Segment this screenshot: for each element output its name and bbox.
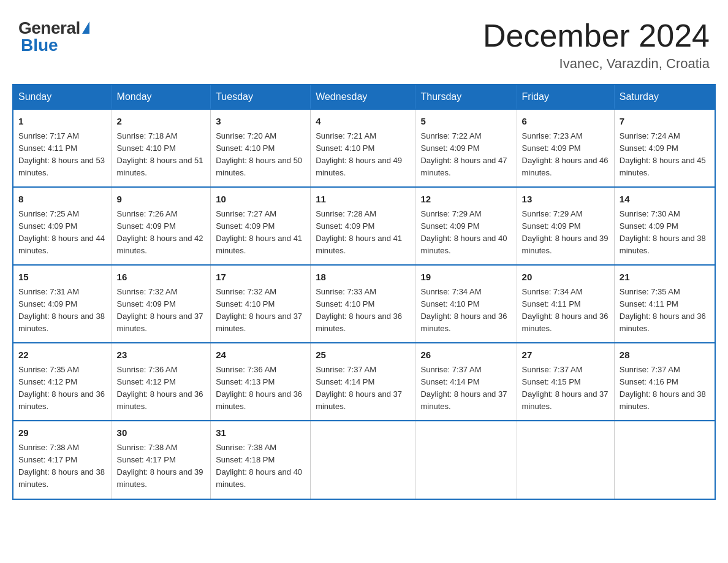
calendar-cell: 23Sunrise: 7:36 AMSunset: 4:12 PMDayligh… bbox=[112, 343, 211, 421]
day-sun-info: Sunrise: 7:29 AMSunset: 4:09 PMDaylight:… bbox=[522, 208, 609, 258]
page-header: General Blue December 2024 Ivanec, Varaz… bbox=[12, 12, 716, 72]
calendar-cell: 26Sunrise: 7:37 AMSunset: 4:14 PMDayligh… bbox=[415, 343, 517, 421]
calendar-cell: 11Sunrise: 7:28 AMSunset: 4:09 PMDayligh… bbox=[311, 187, 415, 265]
day-sun-info: Sunrise: 7:37 AMSunset: 4:15 PMDaylight:… bbox=[522, 364, 609, 413]
calendar-cell: 30Sunrise: 7:38 AMSunset: 4:17 PMDayligh… bbox=[112, 421, 211, 499]
day-sun-info: Sunrise: 7:32 AMSunset: 4:10 PMDaylight:… bbox=[216, 286, 305, 335]
calendar-cell: 18Sunrise: 7:33 AMSunset: 4:10 PMDayligh… bbox=[311, 265, 415, 343]
calendar-cell: 5Sunrise: 7:22 AMSunset: 4:09 PMDaylight… bbox=[415, 109, 517, 187]
calendar-cell: 9Sunrise: 7:26 AMSunset: 4:09 PMDaylight… bbox=[112, 187, 211, 265]
calendar-week-row: 29Sunrise: 7:38 AMSunset: 4:17 PMDayligh… bbox=[13, 421, 715, 499]
day-number: 5 bbox=[420, 115, 511, 129]
day-number: 13 bbox=[522, 193, 609, 207]
calendar-cell: 6Sunrise: 7:23 AMSunset: 4:09 PMDaylight… bbox=[517, 109, 614, 187]
day-number: 12 bbox=[420, 193, 511, 207]
calendar-cell bbox=[415, 421, 517, 499]
day-sun-info: Sunrise: 7:28 AMSunset: 4:09 PMDaylight:… bbox=[316, 208, 410, 258]
column-header-wednesday: Wednesday bbox=[311, 85, 415, 109]
day-sun-info: Sunrise: 7:20 AMSunset: 4:10 PMDaylight:… bbox=[216, 130, 305, 180]
day-sun-info: Sunrise: 7:25 AMSunset: 4:09 PMDaylight:… bbox=[18, 208, 107, 258]
day-number: 10 bbox=[216, 193, 305, 207]
day-number: 8 bbox=[18, 193, 107, 207]
day-number: 22 bbox=[18, 348, 107, 362]
calendar-cell: 4Sunrise: 7:21 AMSunset: 4:10 PMDaylight… bbox=[311, 109, 415, 187]
day-sun-info: Sunrise: 7:27 AMSunset: 4:09 PMDaylight:… bbox=[216, 208, 305, 258]
day-sun-info: Sunrise: 7:35 AMSunset: 4:11 PMDaylight:… bbox=[620, 286, 710, 335]
day-number: 3 bbox=[216, 115, 305, 129]
day-number: 21 bbox=[620, 270, 710, 285]
calendar-cell bbox=[614, 421, 715, 499]
calendar-cell: 24Sunrise: 7:36 AMSunset: 4:13 PMDayligh… bbox=[211, 343, 311, 421]
day-number: 14 bbox=[620, 193, 710, 207]
day-number: 1 bbox=[18, 115, 107, 129]
day-sun-info: Sunrise: 7:26 AMSunset: 4:09 PMDaylight:… bbox=[117, 208, 206, 258]
day-sun-info: Sunrise: 7:38 AMSunset: 4:17 PMDaylight:… bbox=[117, 442, 206, 491]
calendar-week-row: 22Sunrise: 7:35 AMSunset: 4:12 PMDayligh… bbox=[13, 343, 715, 421]
calendar-cell: 21Sunrise: 7:35 AMSunset: 4:11 PMDayligh… bbox=[614, 265, 715, 343]
calendar-cell: 2Sunrise: 7:18 AMSunset: 4:10 PMDaylight… bbox=[112, 109, 211, 187]
day-number: 18 bbox=[316, 270, 410, 285]
calendar-cell: 1Sunrise: 7:17 AMSunset: 4:11 PMDaylight… bbox=[13, 109, 112, 187]
day-number: 16 bbox=[117, 270, 206, 285]
day-sun-info: Sunrise: 7:23 AMSunset: 4:09 PMDaylight:… bbox=[522, 130, 609, 180]
calendar-cell: 15Sunrise: 7:31 AMSunset: 4:09 PMDayligh… bbox=[13, 265, 112, 343]
day-sun-info: Sunrise: 7:37 AMSunset: 4:14 PMDaylight:… bbox=[420, 364, 511, 413]
title-block: December 2024 Ivanec, Varazdin, Croatia bbox=[483, 18, 710, 72]
column-header-monday: Monday bbox=[112, 85, 211, 109]
calendar-cell: 13Sunrise: 7:29 AMSunset: 4:09 PMDayligh… bbox=[517, 187, 614, 265]
day-sun-info: Sunrise: 7:36 AMSunset: 4:13 PMDaylight:… bbox=[216, 364, 305, 413]
day-number: 9 bbox=[117, 193, 206, 207]
day-sun-info: Sunrise: 7:29 AMSunset: 4:09 PMDaylight:… bbox=[420, 208, 511, 258]
day-number: 24 bbox=[216, 348, 305, 362]
calendar-cell: 27Sunrise: 7:37 AMSunset: 4:15 PMDayligh… bbox=[517, 343, 614, 421]
column-header-tuesday: Tuesday bbox=[211, 85, 311, 109]
column-header-sunday: Sunday bbox=[13, 85, 112, 109]
day-sun-info: Sunrise: 7:18 AMSunset: 4:10 PMDaylight:… bbox=[117, 130, 206, 180]
day-number: 17 bbox=[216, 270, 305, 285]
calendar-cell: 25Sunrise: 7:37 AMSunset: 4:14 PMDayligh… bbox=[311, 343, 415, 421]
day-number: 11 bbox=[316, 193, 410, 207]
calendar-cell bbox=[517, 421, 614, 499]
logo-triangle-icon bbox=[82, 21, 89, 34]
day-sun-info: Sunrise: 7:37 AMSunset: 4:16 PMDaylight:… bbox=[620, 364, 710, 413]
day-number: 6 bbox=[522, 115, 609, 129]
calendar-cell: 22Sunrise: 7:35 AMSunset: 4:12 PMDayligh… bbox=[13, 343, 112, 421]
logo: General Blue bbox=[18, 18, 89, 55]
month-title: December 2024 bbox=[483, 18, 710, 53]
calendar-cell: 7Sunrise: 7:24 AMSunset: 4:09 PMDaylight… bbox=[614, 109, 715, 187]
day-sun-info: Sunrise: 7:33 AMSunset: 4:10 PMDaylight:… bbox=[316, 286, 410, 335]
day-sun-info: Sunrise: 7:24 AMSunset: 4:09 PMDaylight:… bbox=[620, 130, 710, 180]
calendar-cell: 17Sunrise: 7:32 AMSunset: 4:10 PMDayligh… bbox=[211, 265, 311, 343]
day-sun-info: Sunrise: 7:30 AMSunset: 4:09 PMDaylight:… bbox=[620, 208, 710, 258]
day-sun-info: Sunrise: 7:21 AMSunset: 4:10 PMDaylight:… bbox=[316, 130, 410, 180]
day-number: 25 bbox=[316, 348, 410, 362]
day-number: 27 bbox=[522, 348, 609, 362]
day-sun-info: Sunrise: 7:34 AMSunset: 4:10 PMDaylight:… bbox=[420, 286, 511, 335]
calendar-cell: 12Sunrise: 7:29 AMSunset: 4:09 PMDayligh… bbox=[415, 187, 517, 265]
day-number: 28 bbox=[620, 348, 710, 362]
calendar-cell: 20Sunrise: 7:34 AMSunset: 4:11 PMDayligh… bbox=[517, 265, 614, 343]
calendar-week-row: 8Sunrise: 7:25 AMSunset: 4:09 PMDaylight… bbox=[13, 187, 715, 265]
column-header-thursday: Thursday bbox=[415, 85, 517, 109]
calendar-cell: 28Sunrise: 7:37 AMSunset: 4:16 PMDayligh… bbox=[614, 343, 715, 421]
day-sun-info: Sunrise: 7:35 AMSunset: 4:12 PMDaylight:… bbox=[18, 364, 107, 413]
day-number: 4 bbox=[316, 115, 410, 129]
day-number: 2 bbox=[117, 115, 206, 129]
logo-blue-text: Blue bbox=[21, 36, 58, 55]
day-sun-info: Sunrise: 7:22 AMSunset: 4:09 PMDaylight:… bbox=[420, 130, 511, 180]
day-number: 19 bbox=[420, 270, 511, 285]
calendar-cell: 19Sunrise: 7:34 AMSunset: 4:10 PMDayligh… bbox=[415, 265, 517, 343]
calendar-header-row: SundayMondayTuesdayWednesdayThursdayFrid… bbox=[13, 85, 715, 109]
calendar-table: SundayMondayTuesdayWednesdayThursdayFrid… bbox=[12, 84, 716, 499]
day-number: 26 bbox=[420, 348, 511, 362]
calendar-cell: 8Sunrise: 7:25 AMSunset: 4:09 PMDaylight… bbox=[13, 187, 112, 265]
day-sun-info: Sunrise: 7:34 AMSunset: 4:11 PMDaylight:… bbox=[522, 286, 609, 335]
calendar-cell: 10Sunrise: 7:27 AMSunset: 4:09 PMDayligh… bbox=[211, 187, 311, 265]
day-sun-info: Sunrise: 7:31 AMSunset: 4:09 PMDaylight:… bbox=[18, 286, 107, 335]
day-sun-info: Sunrise: 7:17 AMSunset: 4:11 PMDaylight:… bbox=[18, 130, 107, 180]
calendar-cell: 31Sunrise: 7:38 AMSunset: 4:18 PMDayligh… bbox=[211, 421, 311, 499]
calendar-cell: 3Sunrise: 7:20 AMSunset: 4:10 PMDaylight… bbox=[211, 109, 311, 187]
day-sun-info: Sunrise: 7:36 AMSunset: 4:12 PMDaylight:… bbox=[117, 364, 206, 413]
calendar-cell: 29Sunrise: 7:38 AMSunset: 4:17 PMDayligh… bbox=[13, 421, 112, 499]
day-sun-info: Sunrise: 7:38 AMSunset: 4:18 PMDaylight:… bbox=[216, 442, 305, 491]
